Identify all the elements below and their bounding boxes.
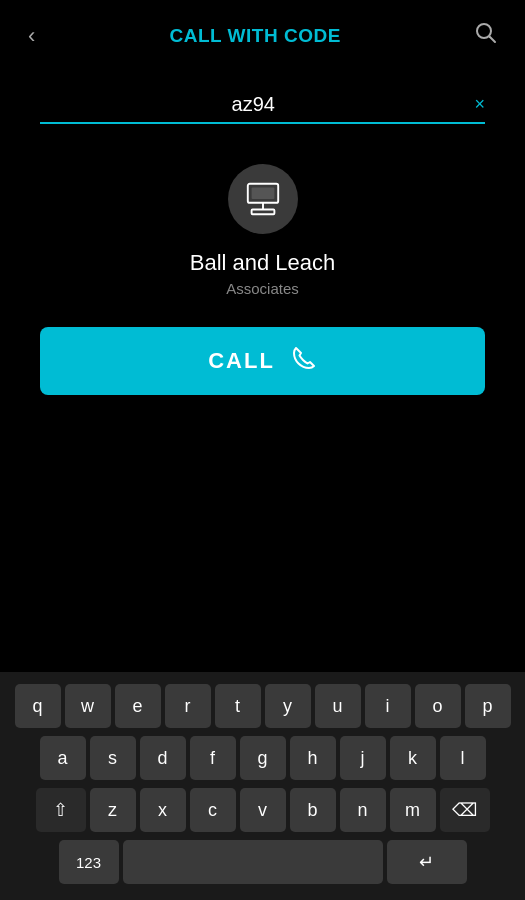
call-button-wrap: CALL [0,317,525,415]
key-j[interactable]: j [340,736,386,780]
keyboard-row-2: a s d f g h j k l [4,736,521,780]
key-q[interactable]: q [15,684,61,728]
key-s[interactable]: s [90,736,136,780]
shift-key[interactable]: ⇧ [36,788,86,832]
key-y[interactable]: y [265,684,311,728]
svg-rect-4 [251,209,274,214]
key-v[interactable]: v [240,788,286,832]
page-title: CALL WITH CODE [43,25,467,47]
space-key[interactable] [123,840,383,884]
key-x[interactable]: x [140,788,186,832]
search-icon[interactable] [467,18,505,53]
call-label: CALL [208,348,275,374]
key-z[interactable]: z [90,788,136,832]
key-g[interactable]: g [240,736,286,780]
key-l[interactable]: l [440,736,486,780]
key-a[interactable]: a [40,736,86,780]
contact-card: Ball and Leach Associates [0,134,525,317]
keyboard: q w e r t y u i o p a s d f g h j k l ⇧ … [0,672,525,900]
key-h[interactable]: h [290,736,336,780]
key-w[interactable]: w [65,684,111,728]
key-n[interactable]: n [340,788,386,832]
key-f[interactable]: f [190,736,236,780]
call-button[interactable]: CALL [40,327,485,395]
key-d[interactable]: d [140,736,186,780]
key-m[interactable]: m [390,788,436,832]
key-e[interactable]: e [115,684,161,728]
search-row: × [40,93,485,124]
key-i[interactable]: i [365,684,411,728]
clear-button[interactable]: × [474,94,485,115]
key-r[interactable]: r [165,684,211,728]
contact-name: Ball and Leach [190,250,336,276]
key-k[interactable]: k [390,736,436,780]
key-t[interactable]: t [215,684,261,728]
svg-line-1 [490,37,496,43]
keyboard-row-4: 123 ↵ [4,840,521,884]
key-p[interactable]: p [465,684,511,728]
header: ‹ CALL WITH CODE [0,0,525,63]
backspace-key[interactable]: ⌫ [440,788,490,832]
key-b[interactable]: b [290,788,336,832]
return-key[interactable]: ↵ [387,840,467,884]
keyboard-row-3: ⇧ z x c v b n m ⌫ [4,788,521,832]
phone-icon [291,345,317,377]
back-button[interactable]: ‹ [20,19,43,53]
key-u[interactable]: u [315,684,361,728]
svg-rect-5 [251,188,274,199]
numbers-key[interactable]: 123 [59,840,119,884]
contact-subtitle: Associates [226,280,299,297]
keyboard-row-1: q w e r t y u i o p [4,684,521,728]
search-area: × [0,63,525,134]
avatar [228,164,298,234]
search-input[interactable] [40,93,466,116]
key-o[interactable]: o [415,684,461,728]
key-c[interactable]: c [190,788,236,832]
